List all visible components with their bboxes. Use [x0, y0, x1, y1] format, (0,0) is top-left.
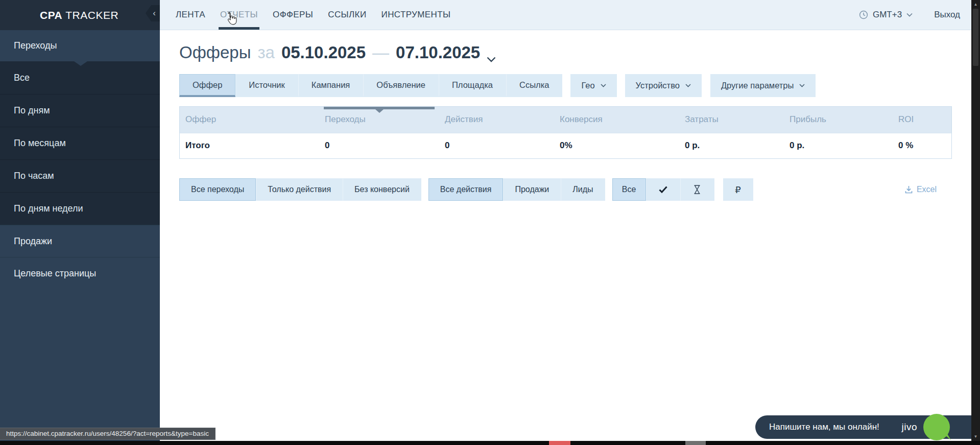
column-header-costs[interactable]: Затраты — [679, 107, 784, 133]
nav-item-links[interactable]: ССЫЛКИ — [328, 0, 366, 30]
taskbar-strip — [0, 441, 980, 445]
main-content: Офферы за 05.10.2025 — 07.10.2025 Оффер … — [160, 31, 971, 201]
totals-roi: 0 % — [893, 133, 951, 158]
tab-link[interactable]: Ссылка — [506, 74, 562, 97]
column-header-roi[interactable]: ROI — [893, 107, 951, 133]
filter-status-pending[interactable] — [680, 178, 714, 201]
date-to[interactable]: 07.10.2025 — [396, 42, 480, 63]
logo-bar: CPA TRACKER ‹ — [0, 0, 160, 30]
date-from[interactable]: 05.10.2025 — [281, 42, 366, 63]
filter-sales[interactable]: Продажи — [503, 178, 561, 201]
filter-label: Только действия — [268, 185, 331, 194]
scrollbar-thumb[interactable] — [973, 9, 978, 66]
totals-conversion: 0% — [554, 133, 679, 158]
tab-label: Оффер — [193, 80, 222, 90]
totals-label: Итого — [180, 133, 319, 158]
report-table: Оффер Переходы Действия Конверсия Затрат… — [179, 106, 952, 159]
totals-transitions: 0 — [319, 133, 439, 158]
tab-offer[interactable]: Оффер — [179, 74, 235, 97]
sidebar-section-label: Переходы — [14, 40, 57, 51]
dimension-tabs-group: Оффер Источник Кампания Объявление Площа… — [179, 74, 562, 97]
filter-no-conversions[interactable]: Без конверсий — [343, 178, 421, 201]
status-filter-group: Все — [612, 178, 714, 201]
status-bar-url: https://cabinet.cpatracker.ru/users/4825… — [0, 428, 216, 440]
chat-message: Напишите нам, мы онлайн! — [755, 422, 879, 432]
column-header-transitions[interactable]: Переходы — [319, 107, 439, 133]
scroll-down-arrow[interactable]: ▼ — [971, 432, 980, 441]
table-header-row: Оффер Переходы Действия Конверсия Затрат… — [180, 107, 951, 133]
totals-profit: 0 р. — [784, 133, 893, 158]
tab-device-dropdown[interactable]: Устройство — [625, 74, 702, 97]
sidebar-item-label: По месяцам — [14, 138, 66, 149]
tab-other-params-dropdown[interactable]: Другие параметры — [710, 74, 816, 97]
filter-all-transitions[interactable]: Все переходы — [179, 178, 256, 201]
logout-label: Выход — [934, 10, 960, 19]
app-logo: CPA TRACKER — [40, 9, 118, 21]
main-nav: ЛЕНТА ОТЧЕТЫ ОФФЕРЫ ССЫЛКИ ИНСТРУМЕНТЫ — [160, 0, 451, 30]
filter-label: Без конверсий — [354, 185, 410, 194]
tab-label: Площадка — [452, 80, 493, 90]
column-header-profit[interactable]: Прибыль — [784, 107, 893, 133]
filter-status-all[interactable]: Все — [612, 178, 646, 201]
sidebar-section-label: Целевые страницы — [14, 268, 96, 279]
sidebar-item-by-days[interactable]: По дням — [0, 94, 160, 127]
vertical-scrollbar[interactable]: ▲ ▼ — [971, 0, 980, 441]
chevron-left-icon: ‹ — [153, 8, 156, 18]
nav-item-offers[interactable]: ОФФЕРЫ — [273, 0, 313, 30]
export-label: Excel — [917, 185, 937, 194]
dimension-tabs: Оффер Источник Кампания Объявление Площа… — [179, 74, 971, 97]
scroll-up-arrow[interactable]: ▲ — [971, 0, 980, 9]
tab-placement[interactable]: Площадка — [439, 74, 506, 97]
title-preposition: за — [257, 42, 274, 63]
tab-label: Ссылка — [519, 80, 549, 90]
filter-label: Лиды — [572, 185, 593, 194]
tab-geo-dropdown[interactable]: Гео — [570, 74, 616, 97]
export-excel-button[interactable]: Excel — [905, 185, 937, 194]
column-header-conversion[interactable]: Конверсия — [554, 107, 679, 133]
sidebar-item-by-hours[interactable]: По часам — [0, 159, 160, 192]
tab-campaign[interactable]: Кампания — [298, 74, 364, 97]
clock-icon — [859, 10, 868, 19]
filter-only-actions[interactable]: Только действия — [256, 178, 343, 201]
tab-label: Устройство — [636, 81, 680, 90]
sidebar-collapse-button[interactable]: ‹ — [146, 5, 160, 21]
tab-source[interactable]: Источник — [235, 74, 298, 97]
date-range-selector[interactable] — [487, 46, 496, 67]
status-url-text: https://cabinet.cpatracker.ru/users/4825… — [6, 430, 209, 437]
nav-item-lenta[interactable]: ЛЕНТА — [176, 0, 205, 30]
page-title: Офферы — [179, 42, 251, 63]
filter-all-actions[interactable]: Все действия — [428, 178, 504, 201]
column-header-actions[interactable]: Действия — [439, 107, 554, 133]
topbar-right: GMT+3 Выход — [859, 10, 971, 20]
totals-costs: 0 р. — [679, 133, 784, 158]
tab-ad[interactable]: Объявление — [363, 74, 439, 97]
sidebar-item-by-months[interactable]: По месяцам — [0, 127, 160, 159]
filter-leads[interactable]: Лиды — [561, 178, 605, 201]
sidebar-item-all[interactable]: Все — [0, 61, 160, 94]
nav-item-reports[interactable]: ОТЧЕТЫ — [220, 0, 258, 30]
filter-status-approved[interactable] — [646, 178, 680, 201]
chat-widget[interactable]: Напишите нам, мы онлайн! jivo — [755, 415, 971, 439]
nav-item-tools[interactable]: ИНСТРУМЕНТЫ — [381, 0, 451, 30]
chevron-down-icon — [601, 84, 606, 87]
actions-filter-group: Все действия Продажи Лиды — [428, 178, 605, 201]
filter-label: Все — [622, 185, 636, 194]
column-header-offer[interactable]: Оффер — [180, 107, 319, 133]
sidebar-item-by-weekdays[interactable]: По дням недели — [0, 192, 160, 225]
logo-rest: TRACKER — [62, 9, 118, 21]
timezone-label: GMT+3 — [873, 10, 902, 20]
transitions-filter-group: Все переходы Только действия Без конверс… — [179, 178, 421, 201]
taskbar-red-segment — [549, 441, 570, 445]
sidebar-section-landing-pages[interactable]: Целевые страницы — [0, 257, 160, 289]
ruble-icon: ₽ — [735, 184, 740, 195]
logout-link[interactable]: Выход — [934, 10, 960, 20]
chat-brand-logo: jivo — [901, 421, 917, 433]
nav-item-label: ССЫЛКИ — [328, 10, 366, 20]
currency-filter-button[interactable]: ₽ — [723, 178, 753, 201]
timezone-dropdown[interactable]: GMT+3 — [859, 10, 913, 20]
report-title-row: Офферы за 05.10.2025 — 07.10.2025 — [179, 42, 971, 67]
sidebar-section-sales[interactable]: Продажи — [0, 225, 160, 257]
tab-label: Гео — [581, 81, 594, 90]
totals-row: Итого 0 0 0% 0 р. 0 р. 0 % — [180, 133, 951, 158]
sidebar-section-transitions[interactable]: Переходы — [0, 30, 160, 61]
